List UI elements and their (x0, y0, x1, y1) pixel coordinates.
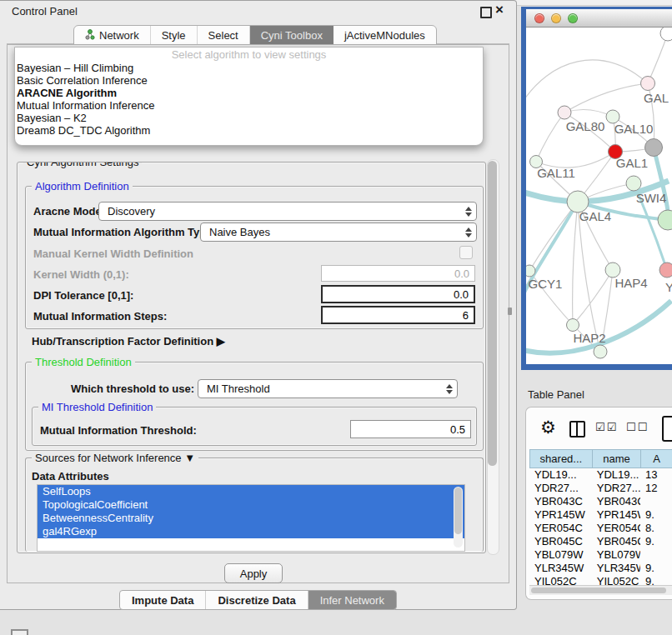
dpi-tolerance-input[interactable] (321, 285, 475, 303)
zoom-traffic-light-icon[interactable] (568, 13, 578, 23)
minimize-traffic-light-icon[interactable] (551, 13, 561, 23)
network-edge (536, 112, 564, 162)
settings-scroll-thumb[interactable] (488, 161, 497, 466)
spinner-arrows-icon (442, 384, 457, 394)
table-column-header[interactable]: name (592, 449, 640, 468)
table-cell: YBR045C (592, 535, 640, 548)
network-node[interactable] (660, 28, 672, 41)
data-attribute-item[interactable]: BetweennessCentrality (38, 512, 464, 525)
table-hscroll-thumb[interactable] (531, 588, 666, 593)
network-node-label: GAL (644, 91, 669, 105)
network-edge (648, 33, 668, 83)
table-row[interactable]: YBR043CYBR043C (529, 495, 672, 508)
data-attribute-item[interactable]: gal4RGexp (38, 525, 464, 538)
network-node-label: GAL80 (566, 119, 605, 133)
select-all-checkboxes-icon[interactable]: ☑☑ (595, 421, 618, 433)
network-node-swi4[interactable] (626, 176, 641, 191)
network-edge (564, 109, 613, 117)
network-node-label: GAL1 (616, 156, 648, 170)
table-row[interactable]: YDL19...YDL19...13 (529, 468, 672, 482)
sources-group-toggle[interactable]: Sources for Network Inference ▼ (32, 452, 198, 464)
new-table-page-icon[interactable] (662, 416, 672, 442)
control-panel-title: Control Panel (12, 5, 78, 18)
algorithm-option[interactable]: Basic Correlation Inference (15, 74, 483, 87)
manual-kernel-width-label: Manual Kernel Width Definition (33, 248, 193, 260)
network-edge (564, 83, 648, 112)
which-threshold-select[interactable]: MI Threshold (198, 379, 458, 398)
table-cell: YBL079W (592, 548, 640, 562)
attr-list-scroll-thumb[interactable] (454, 488, 462, 534)
mi-steps-input[interactable] (321, 306, 475, 324)
kernel-width-label: Kernel Width (0,1): (33, 268, 129, 281)
table-cell: YBR043C (529, 495, 592, 508)
which-threshold-value: MI Threshold (198, 382, 442, 395)
network-node-gal80[interactable] (558, 106, 571, 119)
network-node-label: GCY1 (529, 277, 563, 291)
table-column-header[interactable]: A (640, 449, 672, 468)
table-cell: YER054C (529, 522, 592, 535)
spinner-arrows-icon (461, 228, 476, 238)
table-cell (640, 548, 672, 562)
table-panel-window: ⚙ ☑☑ ☐☐ shared...nameA YDL19...YDL19...1… (525, 407, 672, 600)
table-row[interactable]: YBR045CYBR045C9. (529, 535, 672, 548)
algorithm-option[interactable]: Mutual Information Inference (15, 99, 483, 112)
mi-threshold-label: Mutual Information Threshold: (40, 424, 197, 437)
tab-label: Style (162, 29, 186, 42)
tab-network[interactable]: Network (74, 26, 151, 45)
bottom-tab-impute-data[interactable]: Impute Data (120, 591, 206, 609)
columns-icon[interactable] (569, 421, 585, 438)
mi-algorithm-type-select[interactable]: Naive Bayes (200, 222, 477, 242)
algorithm-option[interactable]: Dream8 DC_TDC Algorithm (15, 124, 483, 137)
bottom-left-partial-icon[interactable] (11, 629, 28, 635)
table-header-row: shared...nameA (529, 449, 672, 468)
manual-kernel-width-checkbox (459, 246, 473, 259)
table-row[interactable]: YIL052CYIL052C9. (529, 575, 672, 585)
tab-cyni-toolbox[interactable]: Cyni Toolbox (250, 26, 333, 45)
hub-definition-toggle[interactable]: Hub/Transcription Factor Definition ▶ (32, 335, 225, 348)
bottom-tab-infer-network[interactable]: Infer Network (308, 591, 396, 609)
bottom-tab-discretize-data[interactable]: Discretize Data (206, 591, 308, 609)
table-row[interactable]: YER054CYER054C8. (529, 522, 672, 535)
algorithm-option[interactable]: Bayesian – Hill Climbing (15, 62, 483, 74)
table-row[interactable]: YPR145WYPR145W9. (529, 508, 672, 522)
close-traffic-light-icon[interactable] (534, 13, 544, 23)
algorithm-option[interactable]: Bayesian – K2 (15, 112, 483, 124)
cyni-algorithm-settings-title: Cyni Algorithm Settings (23, 162, 142, 168)
network-node-gal[interactable] (641, 77, 655, 91)
network-node-label: HAP2 (573, 331, 605, 345)
table-row[interactable]: YBL079WYBL079W (529, 548, 672, 562)
network-node[interactable] (526, 265, 535, 277)
network-node[interactable] (594, 345, 607, 358)
network-node[interactable] (645, 139, 663, 157)
table-cell: YDL19... (529, 468, 592, 482)
close-icon[interactable]: × (495, 2, 504, 18)
network-node-hap2[interactable] (567, 319, 579, 332)
table-row[interactable]: YLR345WYLR345W9. (529, 562, 672, 575)
dpi-tolerance-label: DPI Tolerance [0,1]: (33, 289, 133, 302)
table-column-header[interactable]: shared... (529, 449, 592, 468)
table-row[interactable]: YDR27...YDR27...12 (529, 482, 672, 495)
network-canvas[interactable]: GALGAL80GAL10GAL1GAL11SWI4GAL4GCY1HAP4YH… (526, 28, 672, 365)
data-attribute-item[interactable]: TopologicalCoefficient (38, 498, 464, 512)
network-node[interactable] (658, 210, 672, 230)
network-window-titlebar[interactable] (526, 9, 672, 28)
data-attributes-list: SelfLoopsTopologicalCoefficientBetweenne… (37, 484, 465, 552)
deselect-all-checkboxes-icon[interactable]: ☐☐ (626, 421, 649, 433)
mi-threshold-input[interactable] (350, 420, 471, 438)
aracne-mode-select[interactable]: Discovery (98, 202, 477, 221)
algorithm-dropdown-popup: Select algorithm to view settings Bayesi… (14, 47, 484, 146)
gear-icon[interactable]: ⚙ (540, 418, 556, 438)
apply-button[interactable]: Apply (224, 563, 283, 583)
tab-style[interactable]: Style (151, 26, 198, 45)
data-attributes-label: Data Attributes (32, 470, 109, 482)
float-window-icon[interactable] (480, 7, 492, 18)
control-panel-window: Control Panel × NetworkStyleSelectCyni T… (0, 0, 517, 610)
data-attribute-item[interactable]: SelfLoops (38, 485, 464, 498)
tab-jactivemnodules[interactable]: jActiveMNodules (333, 26, 436, 45)
tab-select[interactable]: Select (198, 26, 250, 45)
network-view-window: GALGAL80GAL10GAL1GAL11SWI4GAL4GCY1HAP4YH… (521, 7, 672, 370)
panel-divider-handle[interactable] (508, 308, 512, 315)
threshold-definition-title: Threshold Definition (32, 356, 135, 368)
network-node-y[interactable] (659, 262, 672, 278)
algorithm-option[interactable]: ARACNE Algorithm (15, 87, 483, 99)
